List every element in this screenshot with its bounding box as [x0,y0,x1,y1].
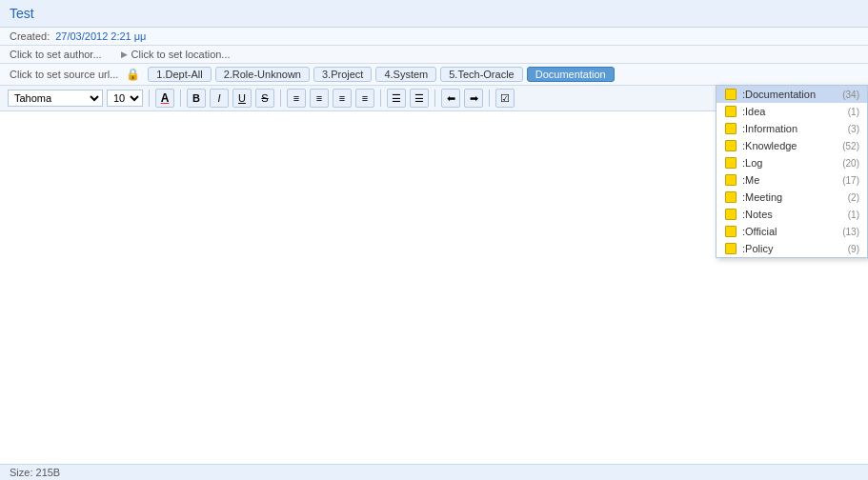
dropdown-item-log[interactable]: :Log(20) [717,154,867,171]
dropdown-item-name: :Policy [742,243,843,254]
align-justify-button[interactable]: ≡ [355,89,374,108]
set-author-link[interactable]: Click to set author... [10,49,102,60]
tag-icon [724,105,737,118]
source-row: Click to set source url... 🔒 1.Dept-All2… [0,64,868,86]
dropdown-item-knowledge[interactable]: :Knowledge(52) [717,137,867,154]
toolbar-separator-6 [489,90,490,107]
tag-button-1.dept-all[interactable]: 1.Dept-All [148,67,211,82]
dropdown-item-count: (1) [848,107,859,117]
tag-button-2.role-unknown[interactable]: 2.Role-Unknown [215,67,310,82]
tag-dropdown: :Documentation(34):Idea(1):Information(3… [716,85,868,258]
dropdown-item-idea[interactable]: :Idea(1) [717,103,867,120]
dropdown-item-name: :Knowledge [742,140,838,151]
toolbar-separator-1 [149,90,150,107]
underline-button[interactable]: U [232,89,252,108]
italic-button[interactable]: I [210,89,229,108]
tag-button-3.project[interactable]: 3.Project [313,67,372,82]
dropdown-item-official[interactable]: :Official(13) [717,223,867,240]
title-bar: Test [0,0,868,28]
set-location-link[interactable]: Click to set location... [121,49,231,60]
dropdown-item-count: (1) [848,210,859,220]
meta-row: Created: 27/03/2012 2:21 μμ [0,28,868,46]
lock-icon: 🔒 [126,68,140,81]
dropdown-item-name: :Documentation [742,89,838,100]
dropdown-item-notes[interactable]: :Notes(1) [717,206,867,223]
align-right-button[interactable]: ≡ [333,89,352,108]
created-label: Created: [10,30,50,42]
action-row: Click to set author... Click to set loca… [0,46,868,64]
dropdown-item-name: :Meeting [742,191,843,203]
dropdown-item-name: :Log [742,157,838,169]
dropdown-item-count: (20) [842,158,859,169]
tag-icon [724,122,737,135]
dropdown-item-documentation[interactable]: :Documentation(34) [717,86,867,103]
unordered-list-button[interactable]: ☰ [387,89,406,108]
tag-icon [724,242,737,255]
dropdown-item-name: :Idea [742,106,843,117]
ordered-list-button[interactable]: ☰ [410,89,429,108]
page-title: Test [10,6,34,21]
dropdown-item-policy[interactable]: :Policy(9) [717,240,867,257]
toolbar-separator-5 [434,90,435,107]
dropdown-item-count: (17) [842,175,859,186]
dropdown-menu: :Documentation(34):Idea(1):Information(3… [716,85,868,258]
tag-icon [724,88,737,101]
align-center-button[interactable]: ≡ [310,89,329,108]
size-select[interactable]: 10 [107,90,143,107]
dropdown-item-count: (2) [848,192,859,203]
dropdown-item-count: (3) [848,124,859,134]
tag-icon [724,156,737,170]
dropdown-item-count: (52) [842,141,859,151]
status-bar: Size: 215B [0,464,868,480]
status-label: Size: 215B [10,467,60,478]
dropdown-item-meeting[interactable]: :Meeting(2) [717,189,867,206]
dropdown-item-count: (9) [848,244,859,254]
set-source-link[interactable]: Click to set source url... [10,69,118,80]
tag-button-4.system[interactable]: 4.System [375,67,436,82]
bold-button[interactable]: B [187,89,206,108]
tag-icon [724,225,737,238]
tag-icon [724,139,737,152]
dropdown-item-name: :Notes [742,209,843,220]
outdent-button[interactable]: ⬅ [441,89,460,108]
dropdown-item-count: (13) [842,227,859,237]
created-date: 27/03/2012 2:21 μμ [55,30,146,42]
dropdown-item-information[interactable]: :Information(3) [717,120,867,137]
dropdown-item-me[interactable]: :Me(17) [717,171,867,189]
font-select[interactable]: Tahoma [8,90,103,107]
strikethrough-button[interactable]: S [255,89,274,108]
indent-button[interactable]: ➡ [464,89,483,108]
toolbar-separator-3 [280,90,281,107]
toolbar-separator-2 [180,90,181,107]
dropdown-item-name: :Official [742,226,838,237]
dropdown-item-count: (34) [842,90,859,100]
tags-area: 1.Dept-All2.Role-Unknown3.Project4.Syste… [148,67,858,82]
tag-button-documentation[interactable]: Documentation [527,67,615,82]
tag-icon [724,208,737,221]
tag-icon [724,173,737,187]
checkbox-button[interactable]: ☑ [495,89,515,108]
toolbar-separator-4 [380,90,381,107]
tag-button-5.tech-oracle[interactable]: 5.Tech-Oracle [440,67,522,82]
tag-icon [724,190,737,204]
dropdown-item-name: :Me [742,174,838,186]
dropdown-item-name: :Information [742,123,843,134]
font-color-button[interactable]: A [155,89,174,108]
align-left-button[interactable]: ≡ [287,89,306,108]
